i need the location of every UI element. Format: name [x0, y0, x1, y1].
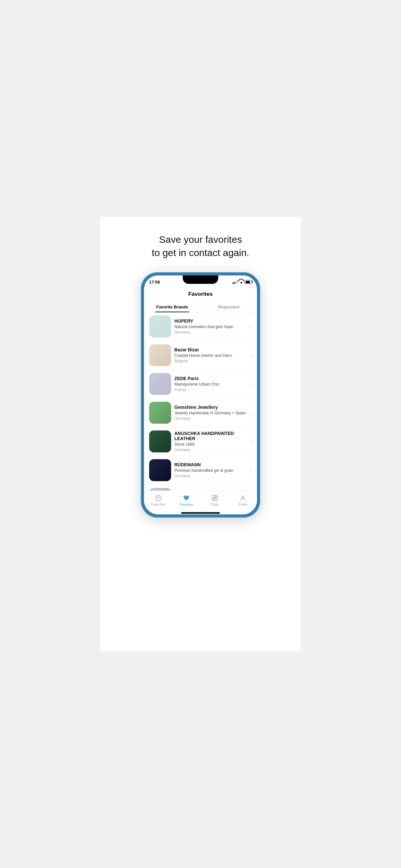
nav-item-trade-fair[interactable]: Trade Fair [144, 493, 173, 507]
app-title: Favorites [150, 291, 251, 298]
page-wrapper: Save your favorites to get in contact ag… [100, 217, 301, 651]
tab-favorite-brands[interactable]: Favorite Brands [144, 301, 201, 312]
svg-rect-1 [212, 495, 217, 500]
nav-label-posts: Posts [211, 503, 219, 506]
brand-thumb-bazar-bizar [149, 344, 171, 366]
battery-icon [245, 280, 252, 284]
signal-icon [233, 280, 238, 284]
hero-text: Save your favorites to get in contact ag… [139, 233, 262, 259]
brand-info-bazar-bizar: Bazar BizarCoastal Home Interior and Déc… [171, 347, 250, 363]
app-content: Favorites Favorite Brands Requested HOPE… [144, 286, 257, 491]
brand-thumb-anuschka [149, 430, 171, 453]
brand-name-anuschka: ANUSCHKA HANDPAINTED LEATHER [174, 431, 247, 441]
status-icons [233, 280, 252, 284]
brand-country-gemshine: Germany [174, 416, 247, 421]
brand-thumb-patisproject [149, 488, 171, 491]
brand-thumb-gemshine [149, 402, 171, 424]
brand-item-zede-paris[interactable]: ZEDE ParisMaroquinerie Urban ChicFrance› [144, 370, 257, 399]
brand-name-hopery: HOPERY [174, 318, 247, 323]
notch [183, 275, 218, 284]
brand-country-rudemann: Germany [174, 474, 247, 478]
brand-country-hopery: Germany [174, 330, 247, 335]
brand-item-hopery[interactable]: HOPERYNatural cosmetics that give hope.G… [144, 312, 257, 341]
nav-item-profile[interactable]: Profile [229, 493, 257, 507]
brand-info-anuschka: ANUSCHKA HANDPAINTED LEATHERSince 1988Ge… [171, 431, 250, 452]
brand-name-bazar-bizar: Bazar Bizar [174, 347, 247, 352]
brand-item-rudemann[interactable]: RÜDEMANNPremium handcrafted gin & grainG… [144, 456, 257, 485]
brand-desc-gemshine: Jewelry Handmade in Germany + Spain [174, 410, 247, 415]
wifi-icon [239, 280, 243, 283]
home-indicator [181, 512, 220, 514]
brand-item-anuschka[interactable]: ANUSCHKA HANDPAINTED LEATHERSince 1988Ge… [144, 427, 257, 456]
chevron-icon-gemshine: › [250, 410, 252, 415]
brand-thumb-zede-paris [149, 373, 171, 395]
nav-label-trade-fair: Trade Fair [151, 503, 166, 506]
tab-requested[interactable]: Requested [201, 301, 257, 312]
hero-line1: Save your favorites [152, 233, 249, 246]
brand-desc-hopery: Natural cosmetics that give hope. [174, 324, 247, 330]
chevron-icon-hopery: › [250, 324, 252, 330]
brand-thumb-hopery [149, 315, 171, 337]
favorites-icon [182, 494, 190, 502]
nav-item-favorites[interactable]: Favorites [173, 493, 201, 507]
posts-icon [211, 494, 219, 502]
app-header: Favorites [144, 286, 257, 298]
status-bar: 17:58 [144, 275, 257, 286]
svg-point-0 [155, 495, 161, 501]
brand-country-bazar-bizar: Belgium [174, 359, 247, 363]
chevron-icon-anuschka: › [250, 439, 252, 444]
hero-line2: to get in contact again. [152, 246, 249, 259]
brand-list: HOPERYNatural cosmetics that give hope.G… [144, 312, 257, 491]
status-time: 17:58 [149, 280, 160, 284]
phone-inner: 17:58 Favorites [144, 275, 257, 515]
brand-item-bazar-bizar[interactable]: Bazar BizarCoastal Home Interior and Déc… [144, 341, 257, 370]
brand-name-rudemann: RÜDEMANN [174, 462, 247, 467]
bottom-nav: Trade Fair Favorites [144, 491, 257, 511]
profile-icon [239, 494, 247, 502]
brand-info-hopery: HOPERYNatural cosmetics that give hope.G… [171, 318, 250, 335]
brand-info-gemshine: Gemshine JewelleryJewelry Handmade in Ge… [171, 405, 250, 421]
brand-item-gemshine[interactable]: Gemshine JewelleryJewelry Handmade in Ge… [144, 399, 257, 427]
svg-point-2 [242, 496, 244, 498]
chevron-icon-rudemann: › [250, 468, 252, 473]
tabs-bar: Favorite Brands Requested [144, 301, 257, 312]
brand-country-zede-paris: France [174, 388, 247, 392]
brand-name-zede-paris: ZEDE Paris [174, 376, 247, 381]
chevron-icon-zede-paris: › [250, 381, 252, 387]
nav-item-posts[interactable]: Posts [201, 493, 229, 507]
brand-thumb-rudemann [149, 459, 171, 481]
brand-info-rudemann: RÜDEMANNPremium handcrafted gin & grainG… [171, 462, 250, 478]
brand-desc-rudemann: Premium handcrafted gin & grain [174, 468, 247, 473]
chevron-icon-bazar-bizar: › [250, 352, 252, 358]
brand-item-patisproject[interactable]: PATISPROJECTTest Account - please don't … [144, 485, 257, 491]
nav-label-favorites: Favorites [180, 503, 193, 506]
phone-frame: 17:58 Favorites [141, 272, 260, 518]
brand-desc-anuschka: Since 1988 [174, 442, 247, 447]
brand-country-anuschka: Germany [174, 447, 247, 452]
brand-desc-zede-paris: Maroquinerie Urban Chic [174, 382, 247, 387]
brand-info-zede-paris: ZEDE ParisMaroquinerie Urban ChicFrance [171, 376, 250, 392]
trade-fair-icon [154, 494, 162, 502]
brand-desc-bazar-bizar: Coastal Home Interior and Déco [174, 353, 247, 358]
brand-name-gemshine: Gemshine Jewellery [174, 405, 247, 410]
nav-label-profile: Profile [238, 503, 247, 506]
